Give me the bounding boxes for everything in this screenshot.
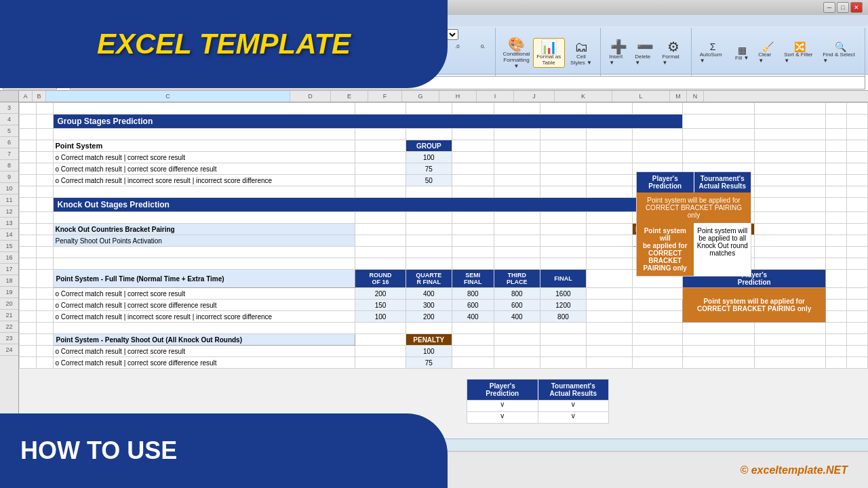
ft-r1-quarter[interactable]: 400 [406,288,452,300]
penalty-row1-val[interactable]: 100 [406,346,452,357]
ft-r1-third[interactable]: 800 [494,288,540,300]
cell-n3[interactable] [846,103,867,115]
cell-f8[interactable] [452,163,494,175]
ft-r2-third[interactable]: 600 [494,300,540,311]
cell-i7[interactable] [586,152,632,163]
cell-i9[interactable] [586,175,632,186]
cell-h3[interactable] [540,103,586,115]
penalty-header[interactable]: Point System - Penalty Shoot Out (All Kn… [53,334,355,346]
cell-b4[interactable] [36,115,53,129]
cell-l4[interactable] [754,115,825,129]
autosum-button[interactable]: Σ AutoSum ▼ [697,41,729,65]
cell-m8[interactable] [825,163,846,175]
cell-d9[interactable] [355,175,406,186]
ft-row1-desc[interactable]: o Correct match result | correct score r… [53,288,355,300]
cell-l5[interactable] [754,129,825,140]
cell-n7[interactable] [846,152,867,163]
penalty-row2-val[interactable]: 75 [406,357,452,369]
cell-f5[interactable] [452,129,494,140]
decrease-decimal-button[interactable]: 0. [471,41,495,51]
cell-b8[interactable] [36,163,53,175]
clear-button[interactable]: 🧹 Clear ▼ [755,41,780,65]
cell-c7[interactable]: o Correct match result | correct score r… [53,152,355,163]
cell-a7[interactable] [20,152,37,163]
cell-h9[interactable] [540,175,586,186]
group-stages-header[interactable]: Group Stages Prediction [53,115,683,129]
cell-c3[interactable] [53,103,355,115]
cell-f9[interactable] [452,175,494,186]
cell-e9[interactable]: 50 [406,175,452,186]
cell-k6[interactable] [683,140,754,152]
cell-g9[interactable] [494,175,540,186]
fill-button[interactable]: ▦ Fill ▼ [730,44,754,62]
cell-h8[interactable] [540,163,586,175]
cell-m4[interactable] [825,115,846,129]
cell-n5[interactable] [846,129,867,140]
cell-a9[interactable] [20,175,37,186]
maximize-button[interactable]: □ [837,2,849,13]
cell-n4[interactable] [846,115,867,129]
cell-b9[interactable] [36,175,53,186]
ft-r3-quarter[interactable]: 200 [406,311,452,323]
ft-r2-final[interactable]: 1200 [540,300,586,311]
cell-e8[interactable]: 75 [406,163,452,175]
cell-e7[interactable]: 100 [406,152,452,163]
cell-l7[interactable] [754,152,825,163]
ft-col-round[interactable]: ROUNDOF 16 [355,270,406,288]
cell-d5[interactable] [355,129,406,140]
ft-row3-desc[interactable]: o Correct match result | incorrect score… [53,311,355,323]
cell-l6[interactable] [754,140,825,152]
cell-m6[interactable] [825,140,846,152]
format-as-table-button[interactable]: 📊 Format as Table [533,38,565,68]
cell-k5[interactable] [683,129,754,140]
group-header-cell[interactable]: GROUP [406,140,452,152]
close-button[interactable]: ✕ [850,2,863,13]
cell-g8[interactable] [494,163,540,175]
minimize-button[interactable]: ─ [823,2,835,13]
cell-c9[interactable]: o Correct match result | incorrect score… [53,175,355,186]
cell-i5[interactable] [586,129,632,140]
ft-r2-quarter[interactable]: 300 [406,300,452,311]
cell-k3[interactable] [683,103,754,115]
penalty-row1-desc[interactable]: o Correct match result | correct score r… [53,346,355,357]
cell-i6[interactable] [586,140,632,152]
penalty-row2-desc[interactable]: o Correct match result | correct score d… [53,357,355,369]
cell-m3[interactable] [825,103,846,115]
cell-l3[interactable] [754,103,825,115]
ko-bracket-label[interactable]: Knock Out Countries Bracket Pairing [53,224,355,235]
ft-r3-semi[interactable]: 400 [452,311,494,323]
cell-e5[interactable] [406,129,452,140]
cell-j5[interactable] [633,129,683,140]
ft-r2-semi[interactable]: 600 [452,300,494,311]
cell-a5[interactable] [20,129,37,140]
cell-b3[interactable] [36,103,53,115]
cell-a4[interactable] [20,115,37,129]
cell-h6[interactable] [540,140,586,152]
cell-m9[interactable] [825,175,846,186]
cell-b5[interactable] [36,129,53,140]
cell-d7[interactable] [355,152,406,163]
cell-i3[interactable] [586,103,632,115]
cell-b7[interactable] [36,152,53,163]
delete-cells-button[interactable]: ➖ Delete ▼ [632,39,658,67]
cell-m5[interactable] [825,129,846,140]
cell-k7[interactable] [683,152,754,163]
cell-f6[interactable] [452,140,494,152]
cell-a3[interactable] [20,103,37,115]
sort-filter-button[interactable]: 🔀 Sort & Filter ▼ [781,41,818,65]
cell-k4[interactable] [683,115,754,129]
cell-m7[interactable] [825,152,846,163]
penalty-col-label[interactable]: PENALTY [406,334,452,346]
cell-h5[interactable] [540,129,586,140]
increase-decimal-button[interactable]: .0 [445,41,469,51]
find-select-button[interactable]: 🔍 Find & Select ▼ [820,41,861,65]
cell-g3[interactable] [494,103,540,115]
ft-r2-round[interactable]: 150 [355,300,406,311]
cell-e3[interactable] [406,103,452,115]
cell-styles-button[interactable]: 🗂 Cell Styles ▼ [566,39,597,67]
cell-a6[interactable] [20,140,37,152]
sheet-content[interactable]: Group Stages Prediction [19,102,868,369]
ft-col-final[interactable]: FINAL [540,270,586,288]
ft-row2-desc[interactable]: o Correct match result | correct score d… [53,300,355,311]
cell-n6[interactable] [846,140,867,152]
